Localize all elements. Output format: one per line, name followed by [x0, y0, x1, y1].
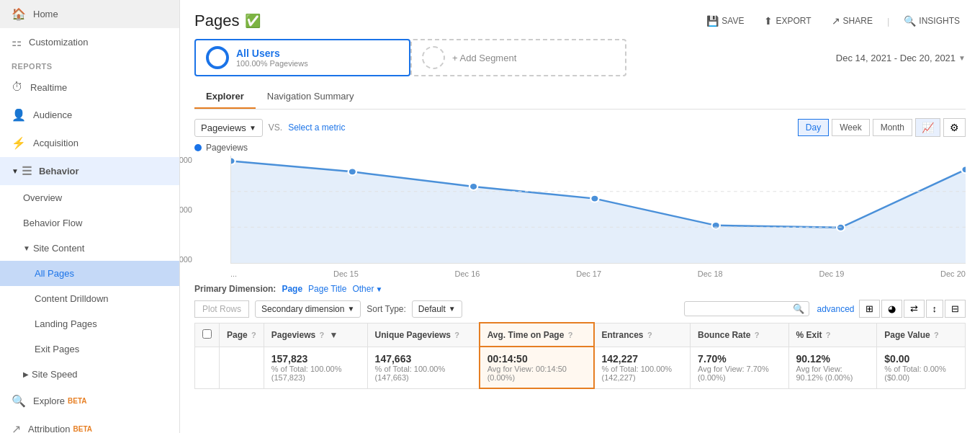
compare-view-button[interactable]: ⇄ [904, 300, 925, 318]
add-segment-circle [422, 46, 445, 69]
sidebar-item-label: Attribution [28, 424, 71, 433]
checkbox-col-header [195, 323, 220, 347]
legend-dot-pageviews [194, 144, 202, 151]
sidebar-item-explore[interactable]: 🔍 Explore BETA [0, 387, 179, 415]
secondary-dimension-dropdown[interactable]: Secondary dimension ▼ [255, 300, 361, 318]
totals-unique-pageviews-cell: 147,663 % of Total: 100.00% (147,663) [367, 347, 480, 388]
svg-point-5 [712, 222, 720, 229]
chart-area [230, 156, 966, 264]
sidebar-item-realtime[interactable]: ⏱ Realtime [0, 73, 179, 101]
metric-dropdown[interactable]: Pageviews ▼ [194, 119, 263, 137]
plot-rows-button[interactable]: Plot Rows [194, 300, 249, 318]
x-axis-labels: ... Dec 15 Dec 16 Dec 17 Dec 18 Dec 19 D… [194, 269, 966, 278]
help-icon: ? [454, 331, 459, 339]
sidebar-item-acquisition[interactable]: ⚡ Acquisition [0, 129, 179, 157]
pivot-view-button[interactable]: ↕ [926, 300, 944, 318]
dim-page-link[interactable]: Page [282, 284, 302, 294]
attribution-icon: ↗ [12, 422, 21, 433]
help-icon: ? [568, 331, 573, 339]
totals-page-cell [220, 347, 264, 388]
page-header: Pages ✅ 💾 SAVE ⬆ EXPORT ↗ SHARE | 🔍 INSI… [194, 12, 966, 30]
week-button[interactable]: Week [832, 119, 869, 136]
add-segment-button[interactable]: + Add Segment [410, 39, 626, 76]
totals-avg-time-cell: 00:14:50 Avg for View: 00:14:50 (0.00%) [480, 347, 594, 388]
save-button[interactable]: 💾 SAVE [701, 12, 750, 30]
sidebar-item-label: Home [33, 9, 58, 19]
save-icon: 💾 [706, 15, 719, 27]
sidebar-item-content-drilldown[interactable]: Content Drilldown [0, 286, 179, 311]
select-all-checkbox[interactable] [202, 329, 212, 339]
segment-all-users[interactable]: All Users 100.00% Pageviews [194, 39, 410, 76]
totals-pageviews-cell: 157,823 % of Total: 100.00% (157,823) [264, 347, 367, 388]
person-icon: 👤 [12, 108, 26, 122]
sidebar-item-site-content[interactable]: ▼ Site Content [0, 236, 179, 261]
sidebar-item-exit-pages[interactable]: Exit Pages [0, 336, 179, 362]
view-icons: ⊞ ◕ ⇄ ↕ ⊟ [859, 300, 966, 318]
sidebar-item-overview[interactable]: Overview [0, 185, 179, 210]
export-button[interactable]: ⬆ EXPORT [758, 12, 817, 30]
sidebar-item-home[interactable]: 🏠 Home [0, 0, 179, 28]
y-axis-labels: 30,000 20,000 10,000 [180, 156, 192, 264]
help-icon: ? [319, 331, 324, 339]
sidebar-item-all-pages[interactable]: All Pages [0, 261, 179, 286]
tab-explorer[interactable]: Explorer [194, 85, 256, 109]
metric-selector: Pageviews ▼ VS. Select a metric [194, 119, 345, 137]
date-range-picker[interactable]: Dec 14, 2021 - Dec 20, 2021 ▼ [836, 53, 966, 63]
th-pageviews[interactable]: Pageviews ? ▼ [264, 323, 367, 347]
customization-icon: ⚏ [12, 35, 22, 49]
th-page: Page ? [220, 323, 264, 347]
insights-button[interactable]: 🔍 INSIGHTS [898, 12, 966, 30]
page-title-area: Pages ✅ [194, 12, 261, 30]
svg-point-1 [231, 157, 235, 164]
tab-navigation-summary[interactable]: Navigation Summary [256, 85, 366, 109]
day-button[interactable]: Day [798, 119, 829, 136]
sidebar-item-audience[interactable]: 👤 Audience [0, 101, 179, 129]
sort-dropdown[interactable]: Default ▼ [412, 300, 462, 318]
share-button[interactable]: ↗ SHARE [826, 12, 878, 30]
segment-info: All Users 100.00% Pageviews [236, 48, 308, 68]
vs-label: VS. [269, 122, 282, 133]
dim-page-title-link[interactable]: Page Title [308, 284, 346, 294]
pie-view-button[interactable]: ◕ [881, 300, 902, 318]
chevron-down-icon: ▼ [449, 305, 456, 313]
sidebar-item-attribution[interactable]: ↗ Attribution BETA [0, 415, 179, 433]
sidebar-item-landing-pages[interactable]: Landing Pages [0, 311, 179, 336]
help-icon: ? [826, 331, 831, 339]
advanced-link[interactable]: advanced [817, 304, 854, 314]
totals-bounce-rate-cell: 7.70% Avg for View: 7.70% (0.00%) [691, 347, 788, 388]
page-title: Pages [194, 12, 239, 30]
segment-sub: 100.00% Pageviews [236, 59, 308, 68]
th-pct-exit: % Exit ? [788, 323, 877, 347]
home-icon: 🏠 [12, 7, 26, 21]
th-page-value: Page Value ? [877, 323, 966, 347]
chart-svg [231, 156, 966, 263]
sidebar: 🏠 Home ⚏ Customization REPORTS ⏱ Realtim… [0, 0, 180, 433]
sort-arrow: ▼ [330, 330, 338, 340]
sidebar-item-site-speed[interactable]: ▶ Site Speed [0, 362, 179, 387]
dim-other-dropdown[interactable]: Other ▼ [352, 284, 382, 294]
custom-view-button[interactable]: ⊟ [945, 300, 966, 318]
data-table: Page ? Pageviews ? ▼ Unique Pageviews ? … [194, 322, 966, 389]
behavior-icon: ☰ [22, 164, 32, 178]
chevron-down-icon: ▼ [347, 305, 354, 313]
search-input[interactable] [689, 304, 790, 314]
sidebar-item-behavior[interactable]: ▼ ☰ Behavior [0, 157, 179, 185]
sidebar-item-behavior-flow[interactable]: Behavior Flow [0, 210, 179, 236]
select-metric-link[interactable]: Select a metric [288, 122, 345, 133]
month-button[interactable]: Month [873, 119, 912, 136]
bar-chart-button[interactable]: ⚙ [943, 118, 966, 137]
svg-marker-0 [231, 161, 966, 263]
sidebar-item-label: Explore [33, 396, 65, 406]
sidebar-item-label: Realtime [30, 82, 67, 93]
line-chart-button[interactable]: 📈 [915, 118, 940, 137]
share-icon: ↗ [832, 15, 840, 27]
search-icon[interactable]: 🔍 [793, 303, 804, 314]
acquisition-icon: ⚡ [12, 136, 26, 150]
chevron-down-icon: ▼ [23, 244, 30, 252]
help-icon: ? [647, 331, 652, 339]
th-unique-pageviews: Unique Pageviews ? [367, 323, 480, 347]
sidebar-item-label: Customization [29, 37, 88, 48]
grid-view-button[interactable]: ⊞ [859, 300, 880, 318]
sidebar-item-customization[interactable]: ⚏ Customization [0, 28, 179, 56]
totals-page-value-cell: $0.00 % of Total: 0.00% ($0.00) [877, 347, 966, 388]
